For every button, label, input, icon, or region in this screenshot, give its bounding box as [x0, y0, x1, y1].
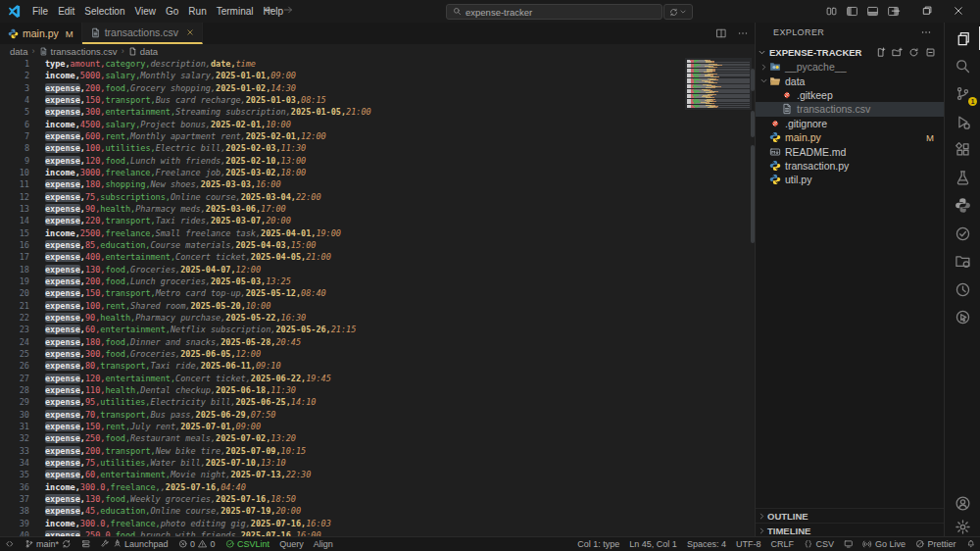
- menu-item-go[interactable]: Go: [161, 1, 183, 23]
- breadcrumb-item-data[interactable]: data: [128, 46, 159, 57]
- tree-item-transaction-py[interactable]: transaction.py: [756, 159, 944, 173]
- new-file-icon[interactable]: [875, 47, 886, 58]
- status-notifications[interactable]: [961, 537, 980, 551]
- activity-extensions[interactable]: [945, 136, 980, 164]
- menu-item-run[interactable]: Run: [183, 1, 211, 23]
- menu-item-file[interactable]: File: [27, 1, 53, 23]
- menu-item-edit[interactable]: Edit: [53, 1, 79, 23]
- new-folder-icon[interactable]: [892, 47, 903, 58]
- tree-item-util-py[interactable]: util.py: [756, 173, 944, 186]
- run-config-button[interactable]: [663, 4, 693, 20]
- breadcrumb-item-data[interactable]: data: [10, 46, 28, 57]
- code-line[interactable]: 26expense,80,transport,Taxi ride,2025-06…: [0, 360, 755, 372]
- panel-left-icon[interactable]: [846, 5, 858, 18]
- command-center-search[interactable]: expense-tracker: [446, 4, 662, 20]
- status-prettier[interactable]: Prettier: [910, 537, 961, 551]
- tab-close-icon[interactable]: [186, 28, 194, 36]
- more-actions-icon[interactable]: [737, 27, 749, 39]
- code-line[interactable]: 9expense,120,food,Lunch with friends,202…: [0, 155, 755, 167]
- split-editor-icon[interactable]: [715, 27, 727, 39]
- code-line[interactable]: 38expense,45,education,Online course,202…: [0, 505, 755, 517]
- tab-main-py[interactable]: main.pyM: [0, 23, 82, 44]
- code-line[interactable]: 29expense,95,utilities,Electricity bill,…: [0, 396, 755, 408]
- code-line[interactable]: 20expense,150,transport,Metro card top-u…: [0, 287, 755, 299]
- code-line[interactable]: 2income,5000,salary,Monthly salary,2025-…: [0, 70, 755, 81]
- code-line[interactable]: 24expense,180,food,Dinner and snacks,202…: [0, 336, 755, 348]
- code-line[interactable]: 31expense,150,rent,July rent,2025-07-01,…: [0, 421, 755, 432]
- tree-item-__pycache__[interactable]: __pycache__: [756, 60, 944, 74]
- status-encoding[interactable]: UTF-8: [731, 537, 766, 551]
- code-line[interactable]: 15income,2500,freelance,Small freelance …: [0, 227, 755, 239]
- activity-search[interactable]: [945, 52, 980, 79]
- status-launchpad[interactable]: Launchpad: [95, 537, 173, 551]
- panel-bottom-icon[interactable]: [866, 5, 879, 18]
- tab-transactions-csv[interactable]: transactions.csv: [82, 23, 203, 44]
- code-line[interactable]: 37expense,130,food,Weekly groceries,2025…: [0, 493, 755, 505]
- tree-item-main-py[interactable]: main.pyM: [756, 130, 944, 144]
- code-line[interactable]: 19expense,200,food,Lunch groceries,2025-…: [0, 276, 755, 287]
- code-line[interactable]: 11expense,180,shopping,New shoes,2025-03…: [0, 178, 755, 190]
- code-line[interactable]: 10income,3000,freelance,Freelance job,20…: [0, 167, 755, 178]
- code-line[interactable]: 3expense,200,food,Grocery shopping,2025-…: [0, 82, 755, 94]
- code-line[interactable]: 7expense,600,rent,Monthly apartment rent…: [0, 130, 755, 142]
- status-go-live[interactable]: Go Live: [858, 537, 910, 551]
- code-line[interactable]: 28expense,110,health,Dental checkup,2025…: [0, 384, 755, 396]
- activity-python[interactable]: [945, 192, 980, 220]
- code-line[interactable]: 5expense,300,entertainment,Streaming sub…: [0, 106, 755, 118]
- breadcrumb-item-transactions.csv[interactable]: transactions.csv: [39, 46, 118, 57]
- code-line[interactable]: 40expense,250.0,food,brunch with friends…: [0, 529, 755, 536]
- status-ports[interactable]: [839, 537, 858, 551]
- status-cursor-position[interactable]: Ln 45, Col 1: [624, 537, 682, 551]
- customize-layout-icon[interactable]: [825, 5, 838, 18]
- code-line[interactable]: 14expense,220,transport,Taxi rides,2025-…: [0, 215, 755, 226]
- more-actions-icon[interactable]: [920, 26, 932, 38]
- status-query[interactable]: Query: [274, 537, 309, 551]
- activity-run-and-debug[interactable]: [945, 108, 980, 135]
- activity-live-share[interactable]: [945, 276, 980, 303]
- status-csvlint[interactable]: CSVLint: [220, 537, 275, 551]
- tree-item-transactions-csv[interactable]: transactions.csv: [756, 102, 944, 116]
- tree-item-data[interactable]: data: [756, 74, 944, 87]
- code-line[interactable]: 35expense,60,entertainment,Movie night,2…: [0, 469, 755, 480]
- code-line[interactable]: 30expense,70,transport,Bus pass,2025-06-…: [0, 409, 755, 421]
- workspace-section-header[interactable]: EXPENSE-TRACKER: [756, 44, 944, 60]
- status-align[interactable]: Align: [309, 537, 338, 551]
- code-line[interactable]: 21expense,100,rent,Shared room,2025-05-2…: [0, 300, 755, 312]
- status-server-status[interactable]: [76, 537, 96, 551]
- code-line[interactable]: 18expense,130,food,Groceries,2025-04-07,…: [0, 264, 755, 276]
- refresh-icon[interactable]: [908, 47, 919, 58]
- status-remote-indicator[interactable]: [0, 537, 20, 551]
- menu-item-selection[interactable]: Selection: [79, 1, 129, 23]
- code-line[interactable]: 32expense,250,food,Restaurant meals,2025…: [0, 432, 755, 444]
- code-line[interactable]: 36income,300.0,freelance,,2025-07-16,04:…: [0, 481, 755, 493]
- tree-item--gitkeep[interactable]: .gitkeep: [756, 88, 944, 102]
- status-indentation[interactable]: Spaces: 4: [682, 537, 731, 551]
- minimap[interactable]: [685, 58, 752, 110]
- menu-item-terminal[interactable]: Terminal: [212, 1, 259, 23]
- code-line[interactable]: 34expense,75,utilities,Water bill,2025-0…: [0, 457, 755, 469]
- tree-item-README-md[interactable]: README.md: [756, 144, 944, 158]
- code-line[interactable]: 25expense,300,food,Groceries,2025-06-05,…: [0, 348, 755, 360]
- back-arrow-icon[interactable]: [263, 2, 274, 20]
- code-line[interactable]: 4expense,150,transport,Bus card recharge…: [0, 94, 755, 106]
- status-language-mode[interactable]: CSV: [799, 537, 839, 551]
- code-line[interactable]: 12expense,75,subscriptions,Online course…: [0, 191, 755, 203]
- code-line[interactable]: 13expense,90,health,Pharmacy meds,2025-0…: [0, 203, 755, 215]
- restore-icon[interactable]: [921, 5, 933, 17]
- status-git-branch[interactable]: main*: [20, 537, 76, 551]
- code-line[interactable]: 33expense,200,transport,New bike tire,20…: [0, 445, 755, 457]
- tree-item--gitignore[interactable]: .gitignore: [756, 117, 944, 130]
- activity-remote-explorer[interactable]: [945, 248, 980, 276]
- code-line[interactable]: 16expense,85,education,Course materials,…: [0, 239, 755, 251]
- status-eol-sequence[interactable]: CRLF: [765, 537, 799, 551]
- menu-item-view[interactable]: View: [130, 1, 162, 23]
- minimize-icon[interactable]: [890, 5, 902, 17]
- outline-panel-header[interactable]: OUTLINE: [756, 508, 944, 524]
- code-line[interactable]: 1type,amount,category,description,date,t…: [0, 58, 755, 70]
- code-line[interactable]: 23expense,60,entertainment,Netflix subsc…: [0, 324, 755, 335]
- activity-explorer[interactable]: [945, 25, 980, 52]
- code-line[interactable]: 39income,300.0,freelance,photo editing g…: [0, 518, 755, 529]
- status-problems[interactable]: 00: [173, 537, 220, 551]
- status-cursor-column[interactable]: Col 1: type: [572, 537, 624, 551]
- editor-pane[interactable]: 1type,amount,category,description,date,t…: [0, 58, 755, 536]
